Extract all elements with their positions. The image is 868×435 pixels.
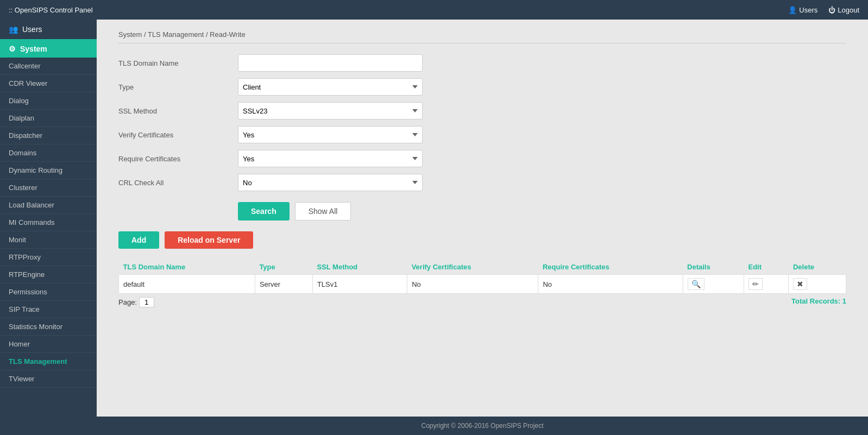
- col-header-tls-domain-name: TLS Domain Name: [119, 260, 255, 275]
- users-link[interactable]: 👤 Users: [788, 6, 817, 14]
- sidebar-item-rtpproxy[interactable]: RTPProxy: [0, 249, 97, 266]
- form-label-type: Type: [118, 83, 238, 91]
- sidebar-item-dialog[interactable]: Dialog: [0, 92, 97, 110]
- sidebar-system-label: System: [20, 45, 47, 53]
- logout-icon: ⏻: [828, 6, 835, 14]
- form-input-verify-certificates[interactable]: YesNo: [238, 126, 423, 143]
- sidebar-item-sip-trace[interactable]: SIP Trace: [0, 301, 97, 318]
- search-button-row: Search Show All: [238, 202, 846, 220]
- show-all-button[interactable]: Show All: [295, 202, 351, 220]
- form-label-require-certificates: Require Certificates: [118, 155, 238, 163]
- logout-link[interactable]: ⏻ Logout: [828, 6, 859, 14]
- col-header-delete: Delete: [789, 260, 846, 275]
- users-icon: 👥: [9, 25, 18, 34]
- details-button[interactable]: 🔍: [688, 278, 705, 290]
- form-label-ssl-method: SSL Method: [118, 107, 238, 115]
- breadcrumb: System / TLS Management / Read-Write: [118, 30, 846, 43]
- app-title: :: OpenSIPS Control Panel: [9, 6, 93, 14]
- sidebar-item-callcenter[interactable]: Callcenter: [0, 58, 97, 75]
- col-header-edit: Edit: [744, 260, 789, 275]
- cell-edit: ✏: [744, 275, 789, 294]
- form-input-require-certificates[interactable]: YesNo: [238, 150, 423, 167]
- copyright: Copyright © 2006-2016 OpenSIPS Project: [422, 422, 544, 430]
- sidebar-item-statistics-monitor[interactable]: Statistics Monitor: [0, 318, 97, 336]
- sidebar-item-mi-commands[interactable]: MI Commands: [0, 214, 97, 231]
- sidebar-item-load-balancer[interactable]: Load Balancer: [0, 197, 97, 214]
- form-input-ssl-method[interactable]: SSLv23TLSv1SSLv2SSLv3: [238, 102, 423, 119]
- page-info: Page:: [118, 297, 154, 307]
- form-row-tls-domain-name: TLS Domain Name: [118, 54, 846, 72]
- sidebar-item-clusterer[interactable]: Clusterer: [0, 179, 97, 197]
- reload-button[interactable]: Reload on Server: [165, 231, 253, 249]
- form-row-ssl-method: SSL MethodSSLv23TLSv1SSLv2SSLv3: [118, 102, 846, 119]
- col-header-require-certificates: Require Certificates: [538, 260, 683, 275]
- table-row: defaultServerTLSv1NoNo🔍✏✖: [119, 275, 846, 294]
- sidebar: 👥 Users ⚙ System CallcenterCDR ViewerDia…: [0, 20, 97, 435]
- sidebar-item-dispatcher[interactable]: Dispatcher: [0, 127, 97, 144]
- edit-button[interactable]: ✏: [749, 278, 763, 290]
- sidebar-item-homer[interactable]: Homer: [0, 336, 97, 353]
- sidebar-item-monit[interactable]: Monit: [0, 231, 97, 249]
- sidebar-item-dynamic-routing[interactable]: Dynamic Routing: [0, 162, 97, 179]
- form-input-crl-check-all[interactable]: NoYes: [238, 174, 423, 191]
- cell-tls_domain_name: default: [119, 275, 255, 294]
- form-row-require-certificates: Require CertificatesYesNo: [118, 150, 846, 167]
- cell-delete: ✖: [789, 275, 846, 294]
- user-icon: 👤: [788, 6, 797, 14]
- search-button[interactable]: Search: [238, 202, 290, 220]
- cell-require_certificates: No: [538, 275, 683, 294]
- sidebar-item-tls-management[interactable]: TLS Management: [0, 353, 97, 370]
- action-button-row: Add Reload on Server: [118, 231, 846, 249]
- sidebar-item-system[interactable]: ⚙ System: [0, 39, 97, 58]
- form-row-verify-certificates: Verify CertificatesYesNo: [118, 126, 846, 143]
- form-input-type[interactable]: ClientServer: [238, 78, 423, 96]
- sidebar-users-label: Users: [22, 25, 42, 34]
- cell-ssl_method: TLSv1: [312, 275, 407, 294]
- form-row-crl-check-all: CRL Check AllNoYes: [118, 174, 846, 191]
- topbar: :: OpenSIPS Control Panel 👤 Users ⏻ Logo…: [0, 0, 868, 20]
- footer: Copyright © 2006-2016 OpenSIPS Project: [97, 417, 868, 435]
- sidebar-item-dialplan[interactable]: Dialplan: [0, 110, 97, 127]
- total-records: Total Records: 1: [791, 297, 846, 307]
- add-button[interactable]: Add: [118, 231, 159, 249]
- tls-table: TLS Domain NameTypeSSL MethodVerify Cert…: [118, 260, 846, 294]
- form-input-tls-domain-name[interactable]: [238, 54, 423, 72]
- sidebar-item-tviewer[interactable]: TViewer: [0, 370, 97, 388]
- col-header-verify-certificates: Verify Certificates: [407, 260, 538, 275]
- cell-type: Server: [255, 275, 312, 294]
- col-header-ssl-method: SSL Method: [312, 260, 407, 275]
- sidebar-item-users[interactable]: 👥 Users: [0, 20, 97, 39]
- cell-details: 🔍: [683, 275, 744, 294]
- form-label-tls-domain-name: TLS Domain Name: [118, 59, 238, 67]
- cell-verify_certificates: No: [407, 275, 538, 294]
- sidebar-item-cdr-viewer[interactable]: CDR Viewer: [0, 75, 97, 92]
- page-input[interactable]: [139, 297, 154, 307]
- form-row-type: TypeClientServer: [118, 78, 846, 96]
- table-footer: Page: Total Records: 1: [118, 297, 846, 307]
- sidebar-item-domains[interactable]: Domains: [0, 144, 97, 162]
- delete-button[interactable]: ✖: [793, 278, 807, 290]
- form-label-crl-check-all: CRL Check All: [118, 179, 238, 187]
- sidebar-item-permissions[interactable]: Permissions: [0, 283, 97, 301]
- form-label-verify-certificates: Verify Certificates: [118, 131, 238, 139]
- system-icon: ⚙: [9, 45, 16, 53]
- tls-form: TLS Domain NameTypeClientServerSSL Metho…: [118, 54, 846, 249]
- col-header-details: Details: [683, 260, 744, 275]
- col-header-type: Type: [255, 260, 312, 275]
- sidebar-item-rtpengine[interactable]: RTPEngine: [0, 266, 97, 283]
